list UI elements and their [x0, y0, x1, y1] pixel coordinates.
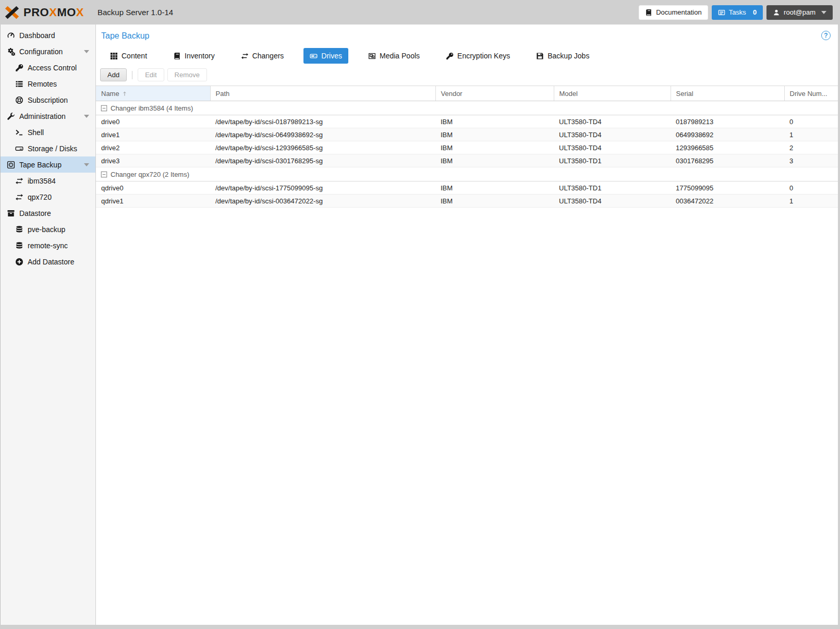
table-row-drive0[interactable]: drive0/dev/tape/by-id/scsi-0187989213-sg…	[96, 115, 838, 128]
box-icon	[7, 209, 15, 217]
key-icon	[446, 52, 454, 60]
cell: /dev/tape/by-id/scsi-0036472022-sg	[210, 195, 435, 208]
tab-changers[interactable]: Changers	[235, 48, 290, 64]
cell: ULT3580-TD4	[554, 115, 671, 128]
cell: ULT3580-TD4	[554, 141, 671, 154]
cell: 0	[784, 182, 838, 195]
sidebar-item-label: pve-backup	[28, 225, 65, 234]
sidebar-item-remote-sync[interactable]: remote-sync	[1, 237, 95, 253]
sidebar-item-label: Datastore	[19, 209, 51, 217]
chevron-down-icon	[84, 163, 89, 166]
sidebar-item-label: Remotes	[28, 80, 57, 88]
sidebar-item-label: Configuration	[19, 47, 63, 56]
exchange-icon	[15, 177, 23, 185]
sidebar-item-tape-backup[interactable]: Tape Backup	[1, 156, 95, 173]
cell: 1293966585	[671, 141, 784, 154]
help-icon[interactable]: ?	[821, 31, 831, 40]
pluscircle-icon	[15, 258, 23, 266]
cell: 1	[784, 128, 838, 141]
cell: 0649938692	[671, 128, 784, 141]
sidebar-item-label: Access Control	[28, 64, 77, 72]
cell: IBM	[435, 154, 554, 167]
cell: IBM	[435, 128, 554, 141]
terminal-icon	[15, 128, 23, 137]
add-button[interactable]: Add	[100, 68, 127, 81]
cell: /dev/tape/by-id/scsi-0301768295-sg	[210, 154, 435, 167]
page-title: Tape Backup	[101, 31, 838, 41]
tab-content[interactable]: Content	[104, 48, 153, 64]
table-row-qdrive0[interactable]: qdrive0/dev/tape/by-id/scsi-1775099095-s…	[96, 182, 838, 195]
sidebar-item-label: qpx720	[28, 193, 52, 201]
group-header-changer-qpx720-2-items[interactable]: Changer qpx720 (2 Items)	[96, 167, 838, 182]
tab-label: Encryption Keys	[457, 52, 510, 60]
cell: /dev/tape/by-id/scsi-1293966585-sg	[210, 141, 435, 154]
group-header-changer-ibm3584-4-items[interactable]: Changer ibm3584 (4 Items)	[96, 101, 838, 115]
drive-icon	[310, 52, 318, 60]
tab-label: Content	[121, 52, 147, 60]
sidebar-item-datastore[interactable]: Datastore	[1, 205, 95, 221]
user-menu-button[interactable]: root@pam	[766, 5, 833, 20]
proxmox-x-icon	[4, 5, 20, 20]
tab-encryption-keys[interactable]: Encryption Keys	[440, 48, 516, 64]
collapse-minus-icon	[101, 171, 107, 178]
tab-label: Inventory	[185, 52, 215, 60]
sidebar-item-access-control[interactable]: Access Control	[1, 59, 95, 76]
cell: IBM	[435, 141, 554, 154]
sidebar-item-administration[interactable]: Administration	[1, 108, 95, 124]
sidebar-item-qpx720[interactable]: qpx720	[1, 189, 95, 205]
exchange-icon	[15, 193, 23, 201]
column-header-path[interactable]: Path	[210, 86, 435, 101]
topbar: PROXMOX Backup Server 1.0-14 Documentati…	[0, 0, 838, 25]
table-row-drive2[interactable]: drive2/dev/tape/by-id/scsi-1293966585-sg…	[96, 141, 838, 154]
cell: drive0	[96, 115, 210, 128]
sidebar-item-configuration[interactable]: Configuration	[1, 43, 95, 59]
cell: drive3	[96, 154, 210, 167]
documentation-button[interactable]: Documentation	[639, 5, 708, 20]
sidebar-item-subscription[interactable]: Subscription	[1, 92, 95, 108]
sidebar-item-label: Administration	[19, 112, 66, 120]
cell: ULT3580-TD1	[554, 182, 671, 195]
tab-backup-jobs[interactable]: Backup Jobs	[530, 48, 595, 64]
cell: qdrive0	[96, 182, 210, 195]
sidebar: DashboardConfigurationAccess ControlRemo…	[0, 25, 96, 625]
chevron-down-icon	[84, 115, 89, 118]
sidebar-item-label: Shell	[28, 128, 44, 137]
sidebar-item-storage-disks[interactable]: Storage / Disks	[1, 140, 95, 156]
table-row-drive3[interactable]: drive3/dev/tape/by-id/scsi-0301768295-sg…	[96, 154, 838, 167]
main-content: Tape Backup ? ContentInventoryChangersDr…	[96, 25, 838, 625]
exchange-icon	[241, 52, 249, 60]
table-row-drive1[interactable]: drive1/dev/tape/by-id/scsi-0649938692-sg…	[96, 128, 838, 141]
sidebar-item-dashboard[interactable]: Dashboard	[1, 27, 95, 43]
objectgroup-icon	[368, 52, 376, 60]
column-header-name[interactable]: Name	[96, 86, 210, 101]
remove-button[interactable]: Remove	[167, 68, 207, 81]
column-header-model[interactable]: Model	[554, 86, 671, 101]
sidebar-item-ibm3584[interactable]: ibm3584	[1, 173, 95, 189]
database-icon	[15, 225, 23, 234]
edit-button[interactable]: Edit	[138, 68, 164, 81]
sidebar-item-shell[interactable]: Shell	[1, 124, 95, 140]
cell: 0	[784, 115, 838, 128]
sidebar-item-pve-backup[interactable]: pve-backup	[1, 221, 95, 237]
cell: 2	[784, 141, 838, 154]
sidebar-item-remotes[interactable]: Remotes	[1, 76, 95, 92]
drives-table: NamePathVendorModelSerialDrive Num... Ch…	[96, 86, 838, 208]
column-header-vendor[interactable]: Vendor	[435, 86, 554, 101]
cell: IBM	[435, 195, 554, 208]
app-window: PROXMOX Backup Server 1.0-14 Documentati…	[0, 0, 838, 625]
sidebar-item-label: Storage / Disks	[28, 144, 77, 153]
column-header-drive-num[interactable]: Drive Num...	[784, 86, 838, 101]
tab-media-pools[interactable]: Media Pools	[362, 48, 426, 64]
tasks-button[interactable]: Tasks 0	[712, 5, 763, 20]
table-row-qdrive1[interactable]: qdrive1/dev/tape/by-id/scsi-0036472022-s…	[96, 195, 838, 208]
tasks-count-badge: 0	[753, 8, 757, 16]
book-icon	[173, 52, 181, 60]
tab-drives[interactable]: Drives	[303, 48, 348, 64]
tab-inventory[interactable]: Inventory	[167, 48, 221, 64]
sidebar-item-label: Dashboard	[19, 31, 55, 40]
proxmox-logo: PROXMOX	[4, 5, 84, 20]
sidebar-item-add-datastore[interactable]: Add Datastore	[1, 253, 95, 270]
column-header-serial[interactable]: Serial	[671, 86, 784, 101]
tab-label: Backup Jobs	[547, 52, 589, 60]
group-label: Changer ibm3584 (4 Items)	[111, 104, 193, 112]
